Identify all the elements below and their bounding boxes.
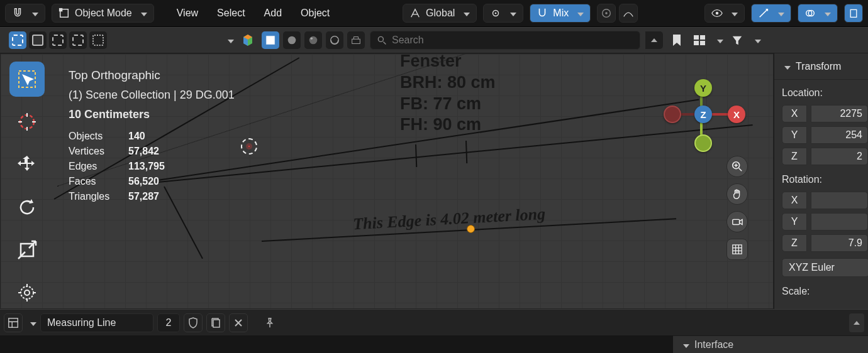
collection-color-icon[interactable] (239, 31, 257, 49)
pin-button[interactable] (260, 313, 279, 332)
svg-rect-18 (694, 35, 699, 40)
select-extend[interactable] (29, 31, 47, 49)
new-object-button[interactable] (206, 313, 225, 332)
gizmo-axis-z[interactable]: Z (694, 106, 712, 123)
svg-rect-16 (352, 39, 360, 43)
gizmo-icon (758, 8, 769, 19)
search-icon (377, 35, 387, 45)
n-panel: Transform Location: X2275 Y254 Z2 Rotati… (774, 53, 868, 309)
shading-wireframe[interactable] (262, 31, 279, 49)
menu-select[interactable]: Select (211, 8, 251, 19)
menu-add[interactable]: Add (258, 8, 288, 19)
shading-compositor[interactable] (347, 31, 365, 49)
svg-point-5 (605, 12, 608, 14)
editor-type-button[interactable] (4, 313, 23, 332)
outliner-header: Measuring Line 2 (0, 309, 868, 335)
fake-user-button[interactable] (184, 313, 203, 332)
text-object-fenster: Fenster BRH: 80 cm FB: 77 cm FH: 90 cm (400, 53, 496, 136)
svg-rect-28 (733, 219, 740, 224)
menu-object[interactable]: Object (294, 8, 336, 19)
object-users-count[interactable]: 2 (157, 313, 180, 332)
3d-cursor-icon (240, 137, 259, 156)
layout-dropdown[interactable] (713, 35, 723, 46)
rotation-mode-field[interactable]: XYZ Euler (782, 258, 868, 277)
collection-dropdown[interactable] (224, 35, 234, 46)
collection-label: (1) Scene Collection | 29 DG.001 (69, 85, 235, 105)
layout-icon[interactable] (691, 31, 708, 49)
select-intersect[interactable] (89, 31, 107, 49)
svg-rect-29 (9, 318, 18, 327)
editor-type-dropdown[interactable] (26, 317, 36, 329)
search-dropdown[interactable] (645, 31, 663, 49)
perspective-toggle-button[interactable] (726, 239, 748, 260)
interface-panel-header[interactable]: Interface (673, 335, 868, 353)
proportional-falloff[interactable] (619, 4, 638, 23)
magnet-icon (12, 8, 23, 19)
xray-toggle[interactable] (844, 4, 863, 23)
svg-point-26 (25, 290, 30, 295)
panel-header-transform[interactable]: Transform (774, 53, 868, 80)
gizmo-axis-x[interactable]: X (728, 106, 745, 123)
pivot-point[interactable] (483, 4, 523, 23)
overlays-toggle[interactable] (798, 4, 838, 23)
rot-x-field[interactable] (811, 192, 868, 209)
3d-viewport[interactable]: Fenster BRH: 80 cm FB: 77 cm FH: 90 cm T… (0, 53, 774, 309)
svg-rect-21 (700, 41, 705, 45)
close-icon (233, 318, 243, 328)
search-input[interactable] (392, 35, 633, 46)
shield-icon (188, 317, 198, 329)
visibility-dropdown[interactable] (704, 4, 745, 23)
loc-x-field[interactable]: 2275 (811, 105, 868, 122)
select-invert[interactable] (69, 31, 87, 49)
scroll-up-hint[interactable] (849, 313, 864, 332)
rot-z-field[interactable]: 7.9 (811, 234, 868, 252)
loc-y-field[interactable]: 254 (811, 126, 868, 144)
camera-icon (732, 216, 743, 227)
shading-solid[interactable] (283, 31, 301, 49)
tool-rotate[interactable] (9, 190, 45, 225)
bookmark-icon[interactable] (668, 31, 686, 49)
shading-matpreview[interactable] (304, 31, 322, 49)
active-object-name: Measuring Line (47, 317, 116, 329)
menu-view[interactable]: View (170, 8, 204, 19)
gizmo-axis-neg-y[interactable] (694, 134, 712, 152)
tool-cursor[interactable] (9, 104, 45, 139)
loc-z-field[interactable]: 2 (811, 148, 868, 165)
mode-selector[interactable]: Object Mode (52, 4, 154, 23)
tool-select-box[interactable] (9, 62, 45, 97)
select-subtract[interactable] (49, 31, 67, 49)
loc-y-label: Y (782, 126, 807, 144)
falloff-icon (623, 8, 634, 19)
gizmo-axis-neg-x[interactable] (664, 106, 681, 123)
tool-scale[interactable] (9, 232, 45, 268)
filter-icon[interactable] (728, 31, 746, 49)
tool-move[interactable] (9, 147, 45, 182)
snap-magnet-dropdown[interactable] (5, 4, 45, 23)
search-box[interactable] (370, 31, 640, 50)
gizmo-toggle[interactable] (751, 4, 791, 23)
viewport-info-overlay: Top Orthographic (1) Scene Collection | … (69, 65, 235, 124)
filter-dropdown[interactable] (751, 35, 761, 46)
svg-point-17 (378, 36, 383, 41)
snap-label: Mix (553, 8, 569, 19)
gizmo-axis-y[interactable]: Y (694, 79, 712, 97)
transform-orientation[interactable]: Global (403, 4, 477, 23)
overlays-icon (804, 8, 816, 19)
pan-button[interactable] (726, 183, 748, 205)
shading-rendered[interactable] (326, 31, 343, 49)
proportional-edit[interactable] (597, 4, 616, 23)
header-secondary (0, 27, 868, 53)
select-new[interactable] (9, 31, 26, 49)
unlink-button[interactable] (229, 313, 248, 332)
camera-view-button[interactable] (726, 211, 748, 232)
pivot-icon (490, 8, 501, 19)
svg-point-6 (716, 12, 719, 15)
navigation-gizmo[interactable]: Y X Z (660, 79, 748, 167)
chevron-down-icon (781, 61, 791, 72)
active-object-field[interactable]: Measuring Line (40, 313, 153, 332)
rot-y-field[interactable] (811, 213, 868, 231)
pin-icon (264, 317, 275, 329)
tool-transform[interactable] (9, 275, 45, 309)
snap-toggle[interactable]: Mix (530, 4, 591, 23)
zoom-button[interactable] (726, 156, 748, 177)
